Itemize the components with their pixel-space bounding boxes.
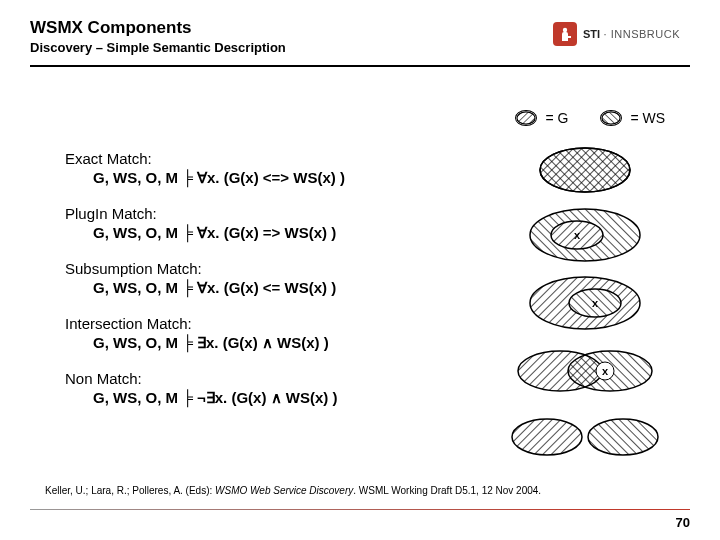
footer-rule	[30, 509, 690, 510]
svg-point-8	[540, 148, 630, 192]
institution-logo: STI · INNSBRUCK	[553, 22, 680, 46]
match-subsumption: Subsumption Match: G, WS, O, M ╞ ∀x. (G(…	[65, 260, 465, 297]
citation: Keller, U.; Lara, R.; Polleres, A. (Eds)…	[45, 485, 680, 496]
x-label: x	[574, 229, 581, 241]
svg-point-2	[517, 112, 535, 124]
match-title: Subsumption Match:	[65, 260, 465, 277]
citation-rest: . WSML Working Draft D5.1, 12 Nov 2004.	[353, 485, 541, 496]
match-non: Non Match: G, WS, O, M ╞ ¬∃x. (G(x) ∧ WS…	[65, 370, 465, 407]
match-title: Intersection Match:	[65, 315, 465, 332]
logo-badge-icon	[553, 22, 577, 46]
match-title: PlugIn Match:	[65, 205, 465, 222]
legend-g-swatch	[515, 110, 537, 126]
match-intersection: Intersection Match: G, WS, O, M ╞ ∃x. (G…	[65, 315, 465, 352]
svg-point-19	[588, 419, 658, 455]
logo-text: STI · INNSBRUCK	[583, 28, 680, 40]
slide-body: = G = WS Exact Match: G, WS, O, M ╞ ∀x. …	[0, 100, 720, 540]
match-exact: Exact Match: G, WS, O, M ╞ ∀x. (G(x) <=>…	[65, 150, 465, 187]
venn-svg: x x x	[500, 145, 670, 485]
legend-ws-swatch	[600, 110, 622, 126]
match-formula: G, WS, O, M ╞ ∀x. (G(x) <=> WS(x) )	[65, 169, 465, 187]
match-title: Exact Match:	[65, 150, 465, 167]
legend-g-label: = G	[545, 110, 568, 126]
match-formula: G, WS, O, M ╞ ∃x. (G(x) ∧ WS(x) )	[65, 334, 465, 352]
match-formula: G, WS, O, M ╞ ¬∃x. (G(x) ∧ WS(x) )	[65, 389, 465, 407]
citation-title: WSMO Web Service Discovery	[215, 485, 353, 496]
match-formula: G, WS, O, M ╞ ∀x. (G(x) <= WS(x) )	[65, 279, 465, 297]
title-underline	[30, 65, 690, 67]
match-list: Exact Match: G, WS, O, M ╞ ∀x. (G(x) <=>…	[65, 150, 465, 425]
svg-point-4	[602, 112, 620, 124]
citation-authors: Keller, U.; Lara, R.; Polleres, A. (Eds)…	[45, 485, 215, 496]
page-number: 70	[676, 515, 690, 530]
x-label: x	[592, 297, 599, 309]
x-label: x	[602, 365, 609, 377]
svg-point-18	[512, 419, 582, 455]
svg-point-0	[563, 28, 567, 32]
venn-diagrams: x x x	[500, 145, 670, 489]
match-formula: G, WS, O, M ╞ ∀x. (G(x) => WS(x) )	[65, 224, 465, 242]
legend: = G = WS	[515, 110, 665, 126]
match-plugin: PlugIn Match: G, WS, O, M ╞ ∀x. (G(x) =>…	[65, 205, 465, 242]
match-title: Non Match:	[65, 370, 465, 387]
legend-ws-label: = WS	[630, 110, 665, 126]
